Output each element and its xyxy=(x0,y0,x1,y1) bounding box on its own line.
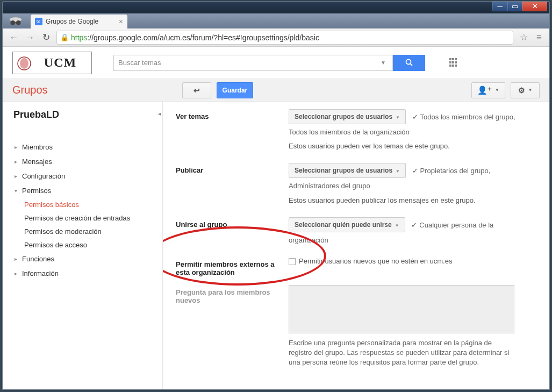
summary-text: Todos los miembros de la organización xyxy=(289,127,536,137)
caret-right-icon: ▸ xyxy=(15,159,22,165)
window-titlebar: ─ ▭ ✕ xyxy=(3,2,549,13)
summary-text: Todos los miembros del grupo, xyxy=(420,113,515,121)
check-icon: ✓ xyxy=(412,113,418,121)
person-add-icon: 👤⁺ xyxy=(477,85,492,95)
window-minimize-button[interactable]: ─ xyxy=(492,2,507,11)
sidebar-item-label: Permisos básicos xyxy=(24,201,79,209)
new-member-question-textarea[interactable] xyxy=(289,285,514,333)
svg-point-5 xyxy=(20,58,28,69)
sidebar-item-informacion[interactable]: ▸Información xyxy=(13,266,162,281)
sidebar: ◂ PruebaLD ▸Miembros ▸Mensajes ▸Configur… xyxy=(3,102,163,389)
svg-point-6 xyxy=(406,60,411,65)
check-icon: ✓ xyxy=(412,167,418,175)
caret-down-icon: ▾ xyxy=(15,188,22,194)
setting-label: Pregunta para los miembros nuevos xyxy=(176,285,289,304)
group-name[interactable]: PruebaLD xyxy=(13,109,162,120)
caret-right-icon: ▸ xyxy=(15,144,22,150)
sidebar-item-label: Miembros xyxy=(22,143,53,151)
setting-help: Estos usuarios pueden ver los temas de e… xyxy=(289,141,536,151)
sidebar-item-permisos-moderacion[interactable]: Permisos de moderación xyxy=(24,225,162,238)
checkbox-label: Permitir usuarios nuevos que no estén en… xyxy=(299,257,452,265)
incognito-icon xyxy=(8,15,23,26)
setting-label: Ver temas xyxy=(176,109,289,120)
view-topics-selector[interactable]: Seleccionar grupos de usuarios xyxy=(289,109,406,124)
check-icon: ✓ xyxy=(411,221,417,229)
sidebar-item-label: Permisos de moderación xyxy=(24,227,102,236)
sidebar-item-miembros[interactable]: ▸Miembros xyxy=(13,140,162,154)
sidebar-item-permisos-creacion[interactable]: Permisos de creación de entradas xyxy=(24,211,162,225)
browser-toolbar: ← → ↻ 🔒 https://groups.google.com/a/ucm.… xyxy=(3,28,549,47)
browser-tab[interactable]: ✉ Grupos de Google × xyxy=(31,15,127,28)
app-toolbar: Grupos ↩ Guardar 👤⁺ ⚙ xyxy=(3,79,549,102)
sidebar-item-permisos-acceso[interactable]: Permisos de acceso xyxy=(24,238,162,252)
google-apps-icon[interactable] xyxy=(449,58,459,68)
gear-icon: ⚙ xyxy=(518,86,525,95)
search-button[interactable] xyxy=(393,55,425,71)
summary-text: Propietarios del grupo, xyxy=(420,167,491,175)
window-maximize-button[interactable]: ▭ xyxy=(507,2,522,11)
nav-forward-button: → xyxy=(24,32,36,44)
sidebar-item-label: Permisos de acceso xyxy=(24,241,87,249)
sidebar-item-permisos[interactable]: ▾Permisos xyxy=(13,183,162,198)
app-title[interactable]: Grupos xyxy=(12,84,48,96)
setting-join: Unirse al grupo Seleccionar quién puede … xyxy=(176,217,536,245)
svg-rect-3 xyxy=(15,23,17,24)
setting-help: Escribe una pregunta personalizada para … xyxy=(289,338,514,368)
sidebar-item-label: Información xyxy=(22,269,59,277)
setting-label: Permitir miembros externos a esta organi… xyxy=(176,257,289,276)
svg-line-7 xyxy=(410,64,412,66)
window-close-button[interactable]: ✕ xyxy=(522,2,547,11)
org-logo-text: UCM xyxy=(44,55,76,70)
caret-right-icon: ▸ xyxy=(15,256,22,262)
sidebar-collapse-icon[interactable]: ◂ xyxy=(158,110,161,117)
tab-close-icon[interactable]: × xyxy=(119,17,123,26)
search-dropdown-icon[interactable]: ▼ xyxy=(381,60,388,66)
sidebar-item-mensajes[interactable]: ▸Mensajes xyxy=(13,154,162,169)
search-icon xyxy=(405,59,413,67)
settings-menu-button[interactable]: ⚙ xyxy=(511,82,540,98)
setting-help: Estos usuarios pueden publicar los mensa… xyxy=(289,196,536,205)
save-button[interactable]: Guardar xyxy=(217,82,254,98)
settings-content: Ver temas Seleccionar grupos de usuarios… xyxy=(163,102,549,389)
nav-back-button[interactable]: ← xyxy=(8,32,20,44)
url-path: ://groups.google.com/a/ucm.es/forum/?hl=… xyxy=(87,33,319,42)
back-button[interactable]: ↩ xyxy=(182,82,211,98)
sidebar-item-label: Mensajes xyxy=(22,158,52,166)
sidebar-item-label: Permisos de creación de entradas xyxy=(24,214,130,222)
svg-point-2 xyxy=(16,20,21,25)
sidebar-item-configuracion[interactable]: ▸Configuración xyxy=(13,169,162,183)
setting-new-member-question: Pregunta para los miembros nuevos Escrib… xyxy=(176,285,536,368)
search-input[interactable]: Buscar temas ▼ xyxy=(113,55,393,71)
sidebar-item-label: Funciones xyxy=(22,255,54,263)
summary-text: Administradores del grupo xyxy=(289,181,536,191)
setting-external-members: Permitir miembros externos a esta organi… xyxy=(176,257,536,276)
caret-right-icon: ▸ xyxy=(15,173,22,179)
post-selector[interactable]: Seleccionar grupos de usuarios xyxy=(289,163,406,178)
address-bar[interactable]: 🔒 https://groups.google.com/a/ucm.es/for… xyxy=(56,31,513,45)
chrome-menu-icon[interactable]: ≡ xyxy=(534,32,544,43)
members-menu-button[interactable]: 👤⁺ xyxy=(471,82,505,98)
nav-reload-button[interactable]: ↻ xyxy=(40,32,52,44)
external-members-checkbox[interactable] xyxy=(289,258,296,265)
setting-view-topics: Ver temas Seleccionar grupos de usuarios… xyxy=(176,109,536,151)
setting-label: Publicar xyxy=(176,163,289,174)
url-scheme: https xyxy=(71,33,87,42)
lock-icon: 🔒 xyxy=(60,33,69,41)
setting-post: Publicar Seleccionar grupos de usuarios … xyxy=(176,163,536,205)
sidebar-item-permisos-basicos[interactable]: Permisos básicos xyxy=(24,198,162,211)
bookmark-star-icon[interactable]: ☆ xyxy=(518,32,530,43)
svg-point-1 xyxy=(10,20,15,25)
search-placeholder: Buscar temas xyxy=(118,59,161,67)
browser-tabstrip: ✉ Grupos de Google × xyxy=(3,13,549,28)
sidebar-item-funciones[interactable]: ▸Funciones xyxy=(13,252,162,266)
join-selector[interactable]: Seleccionar quién puede unirse xyxy=(289,217,405,232)
tab-favicon-icon: ✉ xyxy=(35,18,42,25)
setting-label: Unirse al grupo xyxy=(176,217,289,229)
caret-right-icon: ▸ xyxy=(15,270,22,276)
summary-text: organización xyxy=(289,236,536,245)
org-logo[interactable]: UCM xyxy=(12,52,92,74)
tab-title: Grupos de Google xyxy=(46,18,98,25)
summary-text: Cualquier persona de la xyxy=(419,221,493,229)
sidebar-item-label: Permisos xyxy=(22,187,51,195)
sidebar-item-label: Configuración xyxy=(22,172,65,180)
